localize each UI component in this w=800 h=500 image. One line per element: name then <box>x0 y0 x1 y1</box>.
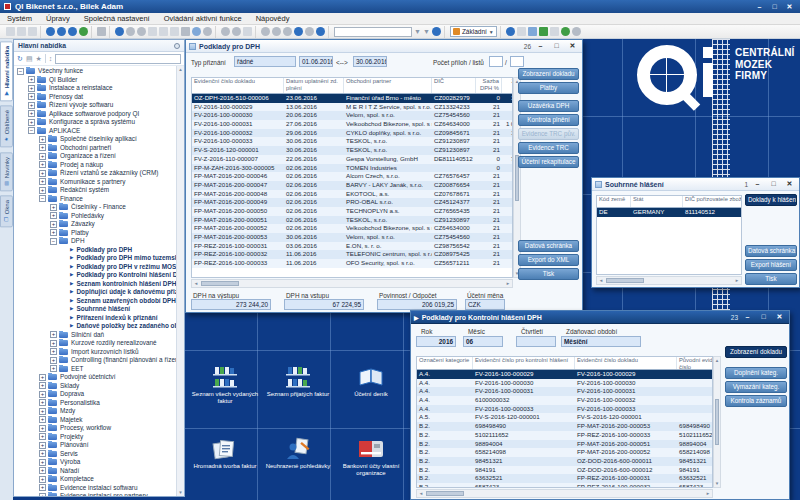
tree-item-seznam-kontrolnich-hlaseni-dph[interactable]: ▶Seznam kontrolních hlášení DPH <box>14 280 184 289</box>
tree-item-sklady[interactable]: +Sklady <box>14 382 184 391</box>
horizontal-scrollbar[interactable]: ◄ ► <box>416 489 713 498</box>
expand-icon[interactable]: + <box>39 467 46 474</box>
export-do-xml-button[interactable]: Export do XML <box>518 254 579 266</box>
tree-item-spolecne-ciselniky-aplikaci[interactable]: +Společné číselníky aplikací <box>14 135 184 144</box>
date-from-field[interactable]: 01.06.2016 <box>299 56 333 67</box>
go-icon[interactable] <box>316 27 325 36</box>
table-row[interactable]: FP-MAT-2016-200-00004702.06.2016BARVY - … <box>192 181 512 190</box>
expand-icon[interactable]: + <box>28 85 35 92</box>
tree-item-dph[interactable]: −DPH <box>14 237 184 246</box>
tree-item-podklady-pro-kontrolni-hlaseni-dph[interactable]: ▶Podklady pro Kontrolní hlášení DPH <box>14 271 184 280</box>
qi-web-icon[interactable] <box>79 27 88 36</box>
tree-item-podklady-pro-dph-v-rezimu-moss[interactable]: ▶Podklady pro DPH v režimu MOSS <box>14 263 184 272</box>
rok-field[interactable]: 2016 <box>416 336 456 347</box>
sidebar-tab-hlavni-nabidka[interactable]: ▶Hlavní nabídka <box>0 41 13 101</box>
close-icon[interactable]: ✕ <box>773 312 786 322</box>
tree-item-podklady-pro-dph-mimo-tuzemsko[interactable]: ▶Podklady pro DPH mimo tuzemsko <box>14 254 184 263</box>
next-record-icon[interactable] <box>283 27 292 36</box>
pocet-priloh-field-1[interactable] <box>489 56 503 67</box>
table-row[interactable]: FV-S-2016-120-00000130.06.2016TESKOL, s.… <box>192 146 512 155</box>
tree-item-redakcni-system[interactable]: +Redakční systém <box>14 186 184 195</box>
tree-item-podklady-pro-dph[interactable]: ▶Podklady pro DPH <box>14 246 184 255</box>
table-row[interactable]: FP-MAT-2016-200-00004902.06.2016PRO-OBAL… <box>192 198 512 207</box>
expand-icon[interactable]: + <box>39 416 46 423</box>
tree-item-vyroba[interactable]: +Výroba <box>14 458 184 467</box>
column-header-evidencni-cislo-dokladu[interactable]: Evidenční číslo dokladu <box>192 78 284 93</box>
sidebar-tab-novinky[interactable]: ▤Novinky <box>0 152 13 191</box>
scroll-thumb[interactable] <box>201 281 239 286</box>
tree-item-evidence-instalaci-pro-partnery[interactable]: +Evidence instalací pro partnery <box>14 492 184 496</box>
tree-item-import-kurzovnich-listku[interactable]: +Import kurzovních lístků <box>14 348 184 357</box>
maximize-icon[interactable]: □ <box>767 179 780 189</box>
collapse-icon[interactable]: − <box>28 127 35 134</box>
scroll-up-icon[interactable]: ▲ <box>177 66 185 73</box>
horizontal-scrollbar[interactable]: ◄ ► <box>191 279 513 288</box>
tree-item-projekty[interactable]: +Projekty <box>14 433 184 442</box>
expand-icon[interactable]: + <box>39 408 46 415</box>
tree-item-servis[interactable]: +Servis <box>14 450 184 459</box>
filter-icon[interactable]: ▼ <box>414 27 421 36</box>
remove-icon[interactable] <box>232 27 241 36</box>
expand-icon[interactable]: + <box>28 93 35 100</box>
table-row[interactable]: A.4.FV-2016-100-000033FV-2016-100-000033 <box>417 405 712 414</box>
kontrola-zaznamu-button[interactable]: Kontrola záznamů <box>725 395 787 407</box>
minimize-icon[interactable]: – <box>753 2 766 12</box>
tree-item-planovani[interactable]: +Plánování <box>14 441 184 450</box>
window-podklady-pro-dph[interactable]: Podklady pro DPH 26 – □ ✕ Typ přiznání ř… <box>185 39 583 313</box>
scroll-right-icon[interactable]: ► <box>504 280 512 287</box>
desktop-icons-icon[interactable] <box>528 27 537 36</box>
expand-icon[interactable]: + <box>39 178 46 185</box>
platby-button[interactable]: Platby <box>518 82 579 94</box>
doplneni-kateg-button[interactable]: Doplnění kateg. <box>725 367 787 379</box>
sidebar-tab-okna[interactable]: ❐Okna <box>0 195 13 227</box>
tree-item-evidence-instalaci-softwaru[interactable]: +Evidence instalací softwaru <box>14 484 184 493</box>
tree-item-konfigurace-a-sprava-systemu[interactable]: +Konfigurace a správa systému <box>14 118 184 127</box>
sidebar-search-input[interactable] <box>55 54 181 64</box>
scroll-thumb[interactable] <box>426 491 464 496</box>
expand-icon[interactable]: + <box>39 391 46 398</box>
sidebar-tab-oblibene[interactable]: ★Oblíbené <box>0 105 13 147</box>
table-row[interactable]: FV-2016-100-00003229.06.2016CYKLO doplňk… <box>192 129 512 138</box>
doklady-k-hlaseni-button[interactable]: Doklady k hlášení <box>745 194 797 206</box>
last-record-icon[interactable] <box>305 27 314 36</box>
desktop-icon-bankovni-ucty[interactable]: Bankovní účty vlastní organizace <box>336 437 406 477</box>
menu-upravy[interactable]: Úpravy <box>39 13 77 25</box>
scroll-left-icon[interactable]: ◄ <box>192 280 200 287</box>
tree-scrollbar[interactable]: ▲ ▼ <box>176 66 184 496</box>
ctvrtleti-field[interactable] <box>516 336 556 347</box>
column-header-dic-porizovatele-zbozi[interactable]: DIČ pořizovatele zboží <box>683 196 742 207</box>
pin-icon[interactable] <box>174 43 180 49</box>
tree-item-prenosy-dat[interactable]: +Přenosy dat <box>14 93 184 102</box>
column-header-stat[interactable]: Stát <box>631 196 683 207</box>
table-row[interactable]: FP-MAT-2016-200-00004602.06.2016Alcorn C… <box>192 172 512 181</box>
table-row[interactable]: FP-MAT-2016-200-00005002.06.2016TECHNOPL… <box>192 207 512 216</box>
tree-item-platby[interactable]: +Platby <box>14 229 184 238</box>
zobrazeni-dokladu-button[interactable]: Zobrazení dokladu <box>725 346 787 358</box>
collapse-icon[interactable]: − <box>50 238 57 245</box>
expand-icon[interactable]: + <box>39 399 46 406</box>
pin-icon[interactable] <box>97 27 106 36</box>
table-row[interactable]: B.2.658214098FP-MAT-2016-200-00005265821… <box>417 448 712 457</box>
window-titlebar[interactable]: Souhrnné hlášení 1 – □ ✕ <box>592 178 799 191</box>
desktop-icon-ucetni-denik[interactable]: Účetní deník <box>336 365 406 398</box>
favorite-star-icon[interactable]: ★ <box>36 54 42 63</box>
desktop-icon-seznam-prijatych-faktur[interactable]: Seznam přijatých faktur <box>263 365 333 398</box>
table-row[interactable]: FP-MAT-2016-200-00004802.06.2016EKOTOOL,… <box>192 190 512 199</box>
table-row[interactable]: B.2.6587423FP-REZ-2016-100-0000326587423 <box>417 483 712 488</box>
sort-icon[interactable]: ↕ <box>49 54 53 63</box>
tree-item-rizeni-vztahu-se-zakazniky-crm[interactable]: +Řízení vztahů se zákazníky (CRM) <box>14 169 184 178</box>
refresh-icon[interactable]: ↻ <box>17 54 23 63</box>
collapse-icon[interactable]: − <box>39 195 46 202</box>
tisk-button[interactable]: Tisk <box>745 273 797 285</box>
redo-icon[interactable] <box>137 27 146 36</box>
tree-item-qi-builder[interactable]: +QI Builder <box>14 76 184 85</box>
obdobi-field[interactable]: Měsíční <box>561 336 641 347</box>
tree-item-vsechny-funkce[interactable]: −Všechny funkce <box>14 67 184 76</box>
paste-icon[interactable] <box>6 27 15 36</box>
lock-icon[interactable] <box>181 27 190 36</box>
table-row[interactable]: A.5.FV-S-2016-120-000001FV-S-2016-120-00… <box>417 413 712 422</box>
expand-icon[interactable]: + <box>50 357 57 364</box>
menu-spolecna-nastaveni[interactable]: Společná nastavení <box>77 13 157 25</box>
export-hlaseni-button[interactable]: Export hlášení <box>745 259 797 271</box>
expand-icon[interactable]: + <box>50 365 57 372</box>
